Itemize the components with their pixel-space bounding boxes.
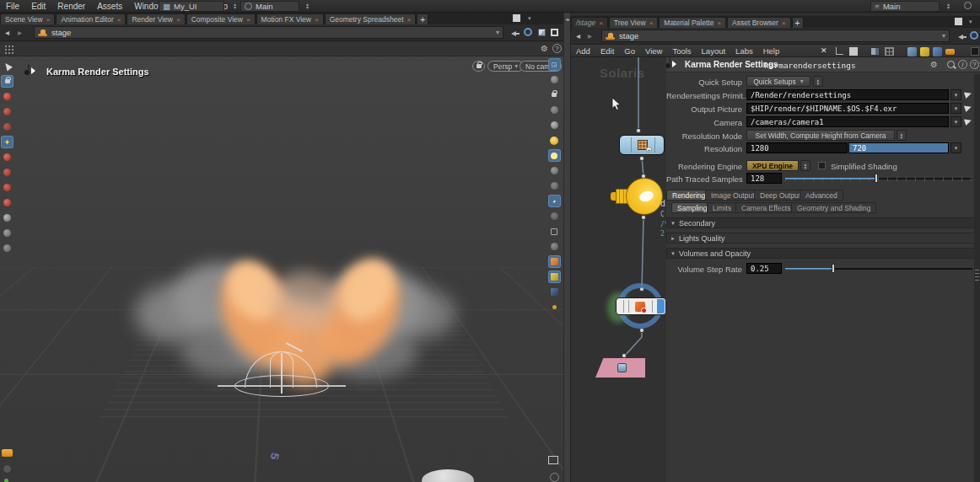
node-karma-render-settings-selected[interactable] <box>610 283 666 332</box>
menu-render[interactable]: Render <box>51 2 91 11</box>
secure-selection-lock-icon[interactable] <box>2 76 13 87</box>
pane-menu-icon[interactable]: ▾ <box>528 15 531 22</box>
net-menu-add[interactable]: Add <box>571 46 595 56</box>
splitter-expand-icon[interactable]: ◂▸ <box>565 16 570 22</box>
rotate-tool-icon[interactable] <box>2 106 13 117</box>
scene-selector[interactable]: Main <box>240 1 299 12</box>
resolution-mode-dropdown[interactable]: Set Width, Compute Height from Camera <box>746 130 895 141</box>
flipbook-tool-icon[interactable] <box>2 228 13 238</box>
node-dome-light[interactable] <box>611 177 666 217</box>
snapshot-frame-icon[interactable] <box>548 456 558 464</box>
camera-view-icon[interactable] <box>549 74 560 85</box>
tab-image-output[interactable]: Image Output <box>705 190 761 201</box>
show-geometry-icon[interactable] <box>549 256 560 267</box>
tab-close-icon[interactable]: × <box>717 19 721 27</box>
field-dropdown-icon[interactable]: ▾ <box>950 103 961 114</box>
scene-viewport[interactable]: 5 Karma Render Settings Persp ▾ No cam ▾… <box>0 56 563 482</box>
field-dropdown-icon[interactable]: ▾ <box>950 142 961 153</box>
take-selector[interactable]: ≋ Main <box>870 1 940 12</box>
menu-edit[interactable]: Edit <box>25 2 51 11</box>
forward-icon[interactable]: ▸ <box>18 28 22 37</box>
help-icon[interactable]: ? <box>970 60 979 69</box>
resolution-height-input[interactable]: 720 <box>848 142 949 153</box>
dopnet-icon[interactable] <box>945 49 955 55</box>
show-markers-icon[interactable] <box>549 302 560 313</box>
section-secondary[interactable]: ▾ Secondary <box>666 217 975 228</box>
scene-spinner[interactable]: ▴▾ <box>306 3 309 9</box>
show-cameras-icon[interactable] <box>549 287 560 297</box>
node-flag[interactable] <box>623 300 624 313</box>
grid-view-icon[interactable] <box>885 47 894 56</box>
simplified-shading-checkbox[interactable] <box>818 162 826 169</box>
path-field[interactable]: stage ▾ <box>34 26 503 39</box>
tab-close-icon[interactable]: × <box>46 16 51 24</box>
material-shading-icon[interactable]: ◕ <box>549 195 560 206</box>
status-ring-icon[interactable] <box>964 2 972 9</box>
tab-animation-editor[interactable]: Animation Editor × <box>56 13 126 24</box>
rendersettings-primitive-input[interactable]: /Render/rendersettings <box>746 89 949 100</box>
view-tool-icon[interactable] <box>2 212 13 223</box>
network-editor[interactable]: Solaris + d C /\ <box>571 57 666 482</box>
sticky-note-icon[interactable] <box>920 47 929 56</box>
camera-lock-pill[interactable] <box>472 61 485 72</box>
desktop-selector[interactable]: ▦ My_UI <box>159 1 224 12</box>
link-icon[interactable] <box>970 31 978 40</box>
pose-tool-icon[interactable] <box>2 152 13 163</box>
rendering-engine-dropdown[interactable]: XPU Engine <box>746 160 799 171</box>
tab-composite-view[interactable]: Composite View × <box>186 13 256 24</box>
tab-render-view[interactable]: Render View × <box>127 13 185 24</box>
gear-icon[interactable]: ⚙ <box>930 60 938 69</box>
desktop-spinner[interactable]: ▴▾ <box>234 3 236 9</box>
net-menu-tools[interactable]: Tools <box>667 46 696 56</box>
help-icon[interactable]: ? <box>552 44 562 53</box>
camera-input[interactable]: /cameras/camera1 <box>746 116 949 127</box>
params-scrollbar[interactable] <box>974 74 980 482</box>
tab-camera-effects[interactable]: Camera Effects <box>735 202 796 213</box>
tab-motion-fx-view[interactable]: Motion FX View × <box>256 13 324 24</box>
view-mode-pill[interactable]: Persp ▾ <box>487 61 524 72</box>
scene-lights-icon[interactable] <box>549 135 560 146</box>
section-volumes-and-opacity[interactable]: ▾ Volumes and Opacity <box>666 248 975 259</box>
tab-close-icon[interactable]: × <box>315 16 319 24</box>
light-headlamp-icon[interactable] <box>549 104 560 115</box>
scroll-grip-icon[interactable] <box>975 270 979 281</box>
snapshot-tool-icon[interactable] <box>2 243 13 254</box>
tools-cut-icon[interactable]: ✕ <box>821 46 827 55</box>
output-picture-input[interactable]: $HIP/render/$HIPNAME.$OS.$F4.exr <box>746 103 949 114</box>
tab-limits[interactable]: Limits <box>707 202 737 213</box>
node-flag[interactable] <box>631 137 632 153</box>
snap-cube-icon[interactable] <box>538 29 546 36</box>
display-options-icon[interactable] <box>549 241 560 252</box>
back-icon[interactable]: ◂ <box>576 31 580 40</box>
tab-close-icon[interactable]: × <box>599 19 603 27</box>
node-usd-render-rop[interactable] <box>595 358 645 378</box>
node-sop-import[interactable]: + <box>619 135 665 155</box>
field-dropdown-icon[interactable]: ▾ <box>950 89 961 100</box>
net-menu-labs[interactable]: Labs <box>730 46 758 56</box>
select-tool-icon[interactable] <box>2 61 13 72</box>
back-icon[interactable]: ◂ <box>5 28 9 37</box>
net-menu-layout[interactable]: Layout <box>697 46 731 56</box>
volume-step-rate-slider[interactable] <box>785 263 972 274</box>
image-plane-icon[interactable] <box>907 47 917 56</box>
hide-toolbar-icon[interactable] <box>3 464 12 474</box>
new-tab-button[interactable]: + <box>792 17 804 28</box>
node-flag[interactable] <box>652 300 653 313</box>
node-picker-icon[interactable] <box>964 117 972 126</box>
tab-close-icon[interactable]: × <box>649 19 654 27</box>
file-chooser-icon[interactable] <box>964 104 972 112</box>
pane-splitter[interactable]: ◂▸ <box>563 13 571 482</box>
display-flag[interactable] <box>657 299 665 313</box>
tab-geometry-and-shading[interactable]: Geometry and Shading <box>791 202 876 213</box>
color-palette-icon[interactable] <box>971 47 979 56</box>
net-menu-view[interactable]: View <box>640 46 667 56</box>
node-flag[interactable] <box>654 137 655 153</box>
tab-close-icon[interactable]: × <box>176 16 180 24</box>
tab-material-palette[interactable]: Material Palette × <box>659 17 726 28</box>
show-lights-icon[interactable] <box>549 271 560 282</box>
path-traced-samples-input[interactable]: 128 <box>746 173 782 184</box>
viewport-help-icon[interactable] <box>550 473 559 482</box>
menu-file[interactable]: File <box>0 2 25 11</box>
dome-light-wireframe[interactable] <box>228 341 337 409</box>
quick-setups-button[interactable]: Quick Setups ▾ <box>746 76 810 87</box>
